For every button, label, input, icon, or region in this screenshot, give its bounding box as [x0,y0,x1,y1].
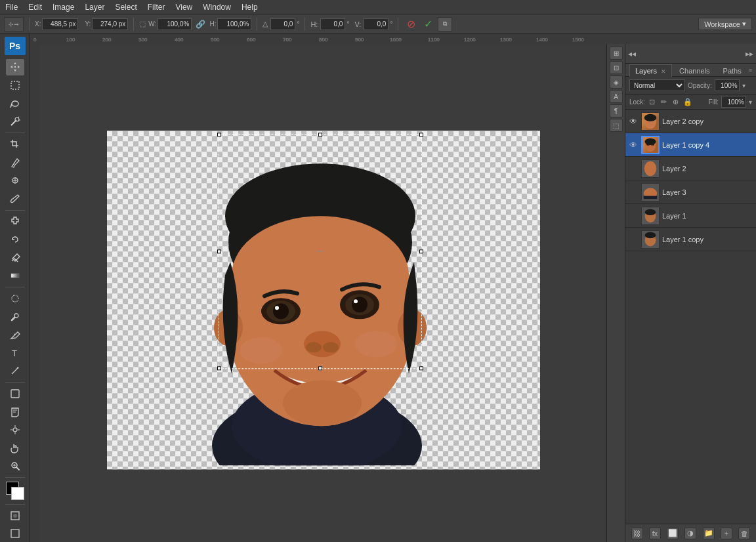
quick-mask-tool[interactable] [6,507,24,524]
layer-item-layer2[interactable]: 👁 Layer 2 [625,157,756,180]
layer-name-layer2copy: Layer 2 copy [662,117,753,125]
menu-select[interactable]: Select [110,1,142,13]
lock-transparent-icon[interactable]: ⊡ [648,97,657,106]
right-panel: ◂◂ ▸▸ Layers ✕ Channels Paths ≡ [625,44,756,542]
shape-tool[interactable] [6,385,24,402]
blend-mode-select[interactable]: Normal Dissolve Multiply Screen [629,79,685,91]
notes-tool[interactable] [6,404,24,421]
panel-menu-icon[interactable]: ≡ [749,67,752,73]
side-tool-1[interactable]: ⊞ [610,47,623,60]
svg-rect-12 [11,274,19,278]
menu-edit[interactable]: Edit [23,1,47,13]
dodge-tool[interactable] [6,308,24,325]
zoom-tool[interactable] [6,458,24,475]
blur-tool[interactable] [6,290,24,307]
v-skew-input[interactable] [364,18,388,30]
opacity-arrow[interactable]: ▾ [742,82,746,89]
side-tool-3[interactable]: ◈ [610,75,623,89]
opacity-input[interactable] [715,79,740,91]
layer-thumb-layer1copy [641,230,660,249]
svg-point-81 [644,138,656,144]
eyedropper-tool[interactable] [6,154,24,171]
color-swatch[interactable] [6,482,24,500]
layer-adj-button[interactable]: ◑ [684,528,696,539]
lasso-tool[interactable] [6,95,24,112]
background-color[interactable] [11,487,24,500]
clone-stamp-tool[interactable] [6,213,24,230]
magic-wand-tool[interactable] [6,113,24,130]
layer-link-button[interactable]: ⛓ [631,528,643,539]
workspace-button[interactable]: Workspace ▾ [698,18,752,30]
screen-mode-tool[interactable] [6,525,24,542]
side-tool-4[interactable]: A [610,90,623,103]
panel-bottom: ⛓ fx ⬜ ◑ 📁 + 🗑 [625,524,756,542]
panel-collapse-right[interactable]: ▸▸ [746,49,753,58]
layer-item-layer3[interactable]: 👁 Layer 3 [625,180,756,204]
svg-text:500: 500 [211,37,220,43]
tab-channels[interactable]: Channels [673,64,715,77]
tab-layers-close[interactable]: ✕ [661,68,666,75]
lock-all-icon[interactable]: 🔒 [683,97,692,106]
layer-item-layer1[interactable]: 👁 Layer 1 [625,204,756,228]
delete-layer-button[interactable]: 🗑 [738,528,750,539]
layer-mask-button[interactable]: ⬜ [667,528,679,539]
gradient-tool[interactable] [6,267,24,284]
canvas-with-rulers: 0 100 200 300 400 500 600 700 800 900 10… [30,34,756,542]
side-tool-6[interactable]: ⬚ [610,119,623,132]
transform-tool-icon[interactable]: ⊹⊸ [4,17,24,31]
side-tool-5[interactable]: ¶ [610,104,623,117]
cancel-transform-icon[interactable]: ⊘ [404,17,418,31]
y-coord-input[interactable] [92,18,128,30]
eraser-tool[interactable] [6,249,24,266]
menu-window[interactable]: Window [198,1,236,13]
svg-point-71 [354,299,358,303]
h-skew-input[interactable] [320,18,345,30]
sample-tool[interactable] [6,421,24,438]
lock-paint-icon[interactable]: ✏ [660,97,669,106]
type-tool[interactable]: T [6,344,24,362]
w-input[interactable] [158,18,192,30]
tab-layers[interactable]: Layers ✕ [629,64,672,77]
transform-options-icon[interactable]: ⧉ [438,17,452,31]
layer-item-layer1copy4[interactable]: 👁 Layer 1 copy 4 [625,133,756,157]
marquee-tool[interactable] [6,77,24,94]
layer-item-layer2copy[interactable]: 👁 Layer 2 copy [625,110,756,133]
path-selection-tool[interactable] [6,363,24,380]
menu-filter[interactable]: Filter [142,1,171,13]
menu-view[interactable]: View [170,1,198,13]
commit-transform-icon[interactable]: ✓ [421,17,435,31]
fill-input[interactable] [721,96,746,108]
canvas-image [159,144,474,465]
lock-position-icon[interactable]: ⊕ [671,97,681,106]
menu-image[interactable]: Image [47,1,79,13]
new-layer-button[interactable]: + [721,528,732,539]
crop-tool[interactable] [6,136,24,153]
pen-tool[interactable] [6,326,24,343]
menu-file[interactable]: File [0,1,23,13]
side-tool-2[interactable]: ⊡ [610,61,623,74]
lock-label: Lock: [629,98,645,106]
tab-paths[interactable]: Paths [717,64,747,77]
layer-thumb-layer3 [641,183,660,201]
healing-brush-tool[interactable] [6,172,24,189]
layer-name-layer1: Layer 1 [662,212,753,220]
menu-help[interactable]: Help [236,1,263,13]
layer-eye-layer2copy[interactable]: 👁 [628,116,639,127]
x-coord-label: X: [35,20,41,28]
canvas-row: ⊞ ⊡ ◈ A ¶ ⬚ ◂◂ ▸▸ Layers ✕ [30,44,756,542]
h-input[interactable] [217,18,251,30]
layer-eye-layer1copy4[interactable]: 👁 [628,140,639,150]
history-brush-tool[interactable] [6,231,24,248]
move-tool[interactable] [6,59,24,76]
layer-fx-button[interactable]: fx [649,528,661,539]
brush-tool[interactable] [6,190,24,207]
new-group-button[interactable]: 📁 [703,528,715,539]
angle-input[interactable] [270,18,295,30]
panel-collapse-left[interactable]: ◂◂ [628,49,636,58]
hand-tool[interactable] [6,440,24,457]
fill-arrow[interactable]: ▾ [749,98,752,106]
menu-layer[interactable]: Layer [79,1,110,13]
layer-item-layer1copy[interactable]: 👁 Layer 1 copy [625,228,756,251]
svg-text:300: 300 [138,37,148,43]
x-coord-input[interactable] [42,18,78,30]
